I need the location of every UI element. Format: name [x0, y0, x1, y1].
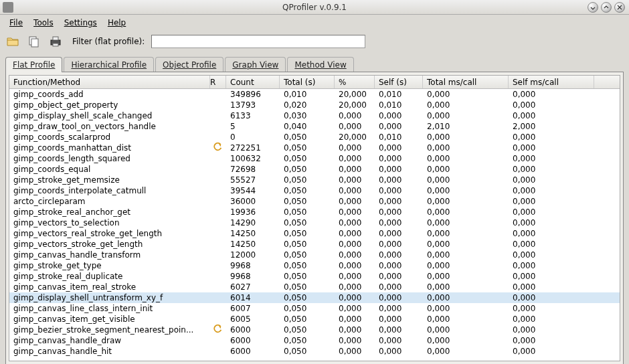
col-r[interactable]: R: [210, 76, 226, 88]
cell-total: 0,010: [280, 90, 335, 99]
table-header: Function/Method R Count Total (s) % Self…: [9, 76, 620, 89]
cell-total: 0,050: [280, 293, 335, 302]
table-row[interactable]: gimp_object_get_property137930,02020,000…: [9, 100, 620, 110]
cell-percent: 0,000: [335, 154, 375, 163]
table-row[interactable]: gimp_coords_add3498960,01020,0000,0100,0…: [9, 89, 620, 100]
cell-count: 9968: [226, 272, 280, 281]
open-file-icon[interactable]: [5, 34, 20, 49]
table-row[interactable]: gimp_stroke_real_anchor_get199360,0500,0…: [9, 207, 620, 217]
col-count[interactable]: Count: [226, 76, 280, 88]
tab-hierarchical-profile[interactable]: Hierarchical Profile: [64, 57, 154, 72]
table-row[interactable]: gimp_bezier_stroke_segment_nearest_poin.…: [9, 325, 620, 335]
minimize-button[interactable]: [588, 2, 598, 13]
cell-self: 0,000: [375, 207, 423, 217]
cell-total-ms-call: 0,000: [423, 347, 509, 356]
cell-total-ms-call: 0,000: [423, 314, 509, 324]
cell-function: gimp_coords_manhattan_dist: [9, 143, 210, 153]
table-row[interactable]: gimp_coords_manhattan_dist2722510,0500,0…: [9, 143, 620, 153]
cell-self: 0,000: [375, 261, 423, 270]
table-row[interactable]: gimp_vectors_to_selection142900,0500,000…: [9, 217, 620, 228]
tab-object-profile[interactable]: Object Profile: [155, 57, 223, 72]
table-row[interactable]: arcto_circleparam360000,0500,0000,0000,0…: [9, 196, 620, 207]
menu-settings[interactable]: Settings: [60, 17, 101, 29]
tab-graph-view[interactable]: Graph View: [225, 57, 286, 72]
cell-count: 13793: [226, 100, 280, 110]
cell-percent: 0,000: [335, 282, 375, 292]
cell-percent: 20,000: [335, 90, 375, 99]
cell-total-ms-call: 0,000: [423, 240, 509, 249]
filter-input[interactable]: [151, 35, 365, 48]
tabs: Flat Profile Hierarchical Profile Object…: [0, 52, 629, 72]
cell-total: 0,050: [280, 250, 335, 260]
cell-self-ms-call: 0,000: [509, 229, 594, 238]
svg-rect-1: [31, 39, 38, 47]
table-row[interactable]: gimp_display_shell_scale_changed61330,03…: [9, 110, 620, 121]
cell-total-ms-call: 0,000: [423, 250, 509, 260]
cell-self-ms-call: 0,000: [509, 218, 594, 227]
cell-self: 0,000: [375, 347, 423, 356]
table-body[interactable]: gimp_coords_add3498960,01020,0000,0100,0…: [9, 89, 620, 361]
cell-function: gimp_draw_tool_on_vectors_handle: [9, 122, 210, 131]
tab-method-view[interactable]: Method View: [287, 57, 353, 72]
table-row[interactable]: gimp_coords_interpolate_catmull395440,05…: [9, 185, 620, 196]
copy-icon[interactable]: [27, 34, 41, 49]
cell-self-ms-call: 0,000: [509, 143, 594, 153]
col-total-ms-call[interactable]: Total ms/call: [423, 76, 509, 88]
cell-function: gimp_canvas_handle_draw: [9, 336, 210, 345]
cell-self-ms-call: 0,000: [509, 325, 594, 335]
tab-flat-profile[interactable]: Flat Profile: [5, 57, 62, 72]
cell-total-ms-call: 0,000: [423, 261, 509, 270]
maximize-button[interactable]: [601, 2, 612, 13]
cell-percent: 0,000: [335, 218, 375, 227]
col-percent[interactable]: %: [335, 76, 375, 88]
cell-function: gimp_canvas_handle_hit: [9, 347, 210, 356]
toolbar: Filter (flat profile):: [0, 31, 629, 52]
table-row[interactable]: gimp_display_shell_untransform_xy_f60140…: [9, 292, 620, 303]
table-row[interactable]: gimp_canvas_handle_hit60000,0500,0000,00…: [9, 346, 620, 357]
table-row[interactable]: gimp_canvas_item_get_visible60050,0500,0…: [9, 314, 620, 325]
table-row[interactable]: gimp_vectors_real_stroke_get_length14250…: [9, 228, 620, 239]
cell-total-ms-call: 0,000: [423, 154, 509, 163]
menubar: File Tools Settings Help: [0, 15, 629, 31]
table-row[interactable]: gimp_canvas_line_class_intern_init60070,…: [9, 303, 620, 314]
cell-self-ms-call: 0,000: [509, 132, 594, 142]
cell-self: 0,000: [375, 218, 423, 227]
cell-count: 6014: [226, 293, 280, 302]
filter-label: Filter (flat profile):: [72, 37, 145, 46]
menu-tools[interactable]: Tools: [29, 17, 58, 29]
col-function[interactable]: Function/Method: [9, 76, 210, 88]
table-row[interactable]: gimp_stroke_get_memsize555270,0500,0000,…: [9, 175, 620, 185]
table-row[interactable]: gimp_stroke_get_type99680,0500,0000,0000…: [9, 260, 620, 271]
cell-percent: 0,000: [335, 261, 375, 270]
table-row[interactable]: gimp_draw_tool_on_vectors_handle50,0400,…: [9, 121, 620, 132]
table-row[interactable]: gimp_canvas_handle_draw60000,0500,0000,0…: [9, 335, 620, 346]
cell-function: gimp_display_shell_scale_changed: [9, 111, 210, 120]
cell-count: 272251: [226, 143, 280, 153]
menu-help[interactable]: Help: [104, 17, 130, 29]
cell-self-ms-call: 0,000: [509, 250, 594, 260]
close-button[interactable]: [614, 2, 625, 13]
svg-rect-3: [53, 37, 58, 40]
cell-self: 0,000: [375, 197, 423, 206]
table-row[interactable]: gimp_coords_scalarprod00,05020,0000,0100…: [9, 132, 620, 143]
table-row[interactable]: gimp_stroke_real_duplicate99680,0500,000…: [9, 271, 620, 282]
col-self[interactable]: Self (s): [375, 76, 423, 88]
cell-self: 0,000: [375, 122, 423, 131]
cell-count: 12000: [226, 250, 280, 260]
cell-percent: 0,000: [335, 314, 375, 324]
cell-self: 0,010: [375, 90, 423, 99]
table-row[interactable]: gimp_canvas_handle_transform120000,0500,…: [9, 250, 620, 260]
table-row[interactable]: gimp_canvas_item_real_stroke60270,0500,0…: [9, 282, 620, 292]
cell-self-ms-call: 0,000: [509, 314, 594, 324]
cell-self: 0,000: [375, 314, 423, 324]
table-row[interactable]: gimp_coords_equal726980,0500,0000,0000,0…: [9, 164, 620, 175]
window-buttons: [588, 2, 625, 13]
cell-function: gimp_canvas_item_real_stroke: [9, 282, 210, 292]
col-self-ms-call[interactable]: Self ms/call: [509, 76, 594, 88]
table-row[interactable]: gimp_vectors_stroke_get_length142500,050…: [9, 239, 620, 250]
menu-file[interactable]: File: [5, 17, 27, 29]
table-row[interactable]: gimp_coords_length_squared1006320,0500,0…: [9, 153, 620, 164]
col-total[interactable]: Total (s): [280, 76, 335, 88]
cell-self-ms-call: 0,000: [509, 154, 594, 163]
print-icon[interactable]: [48, 34, 63, 49]
